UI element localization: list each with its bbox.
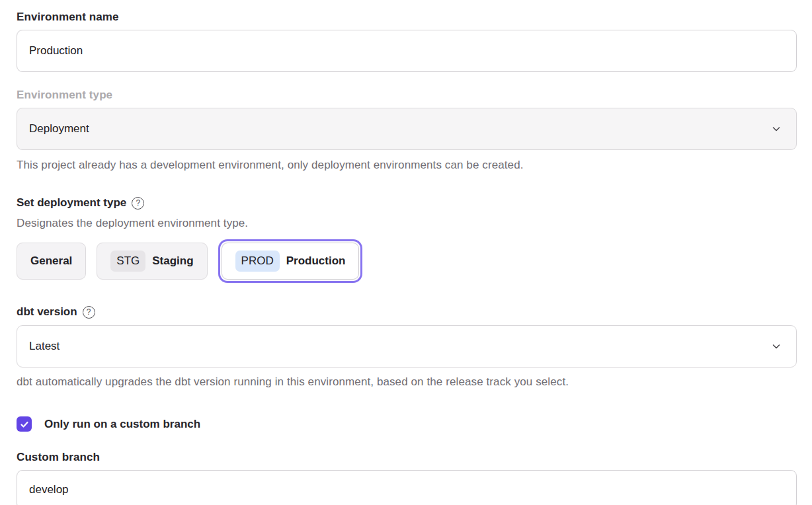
deployment-type-option-staging-label: Staging <box>152 254 193 268</box>
deployment-type-heading-text: Set deployment type <box>17 196 126 210</box>
deployment-type-option-production[interactable]: PROD Production <box>222 243 360 280</box>
dbt-version-helper: dbt automatically upgrades the dbt versi… <box>17 375 797 389</box>
environment-type-label: Environment type <box>17 89 797 102</box>
environment-type-helper: This project already has a development e… <box>17 159 797 172</box>
chevron-down-icon <box>771 124 782 134</box>
production-badge: PROD <box>235 251 280 272</box>
deployment-type-heading: Set deployment type ? <box>17 196 797 210</box>
custom-branch-checkbox[interactable] <box>17 416 32 432</box>
custom-branch-input[interactable] <box>17 470 797 505</box>
deployment-type-option-staging[interactable]: STG Staging <box>97 243 207 280</box>
help-icon[interactable]: ? <box>83 306 95 319</box>
dbt-version-label: dbt version <box>17 305 77 319</box>
deployment-type-option-general-label: General <box>30 254 72 268</box>
environment-type-value: Deployment <box>29 122 89 136</box>
deployment-type-option-production-label: Production <box>286 254 346 268</box>
deployment-type-options: General STG Staging PROD Production <box>17 241 797 282</box>
environment-settings-form: Environment name Environment type Deploy… <box>0 0 812 505</box>
help-icon[interactable]: ? <box>132 197 144 210</box>
custom-branch-checkbox-row: Only run on a custom branch <box>17 416 797 432</box>
checkmark-icon <box>20 420 29 429</box>
custom-branch-label: Custom branch <box>17 451 797 464</box>
dbt-version-heading: dbt version ? <box>17 305 797 319</box>
chevron-down-icon <box>771 341 782 352</box>
environment-name-label: Environment name <box>17 11 797 24</box>
staging-badge: STG <box>110 251 145 272</box>
deployment-type-helper: Designates the deployment environment ty… <box>17 217 797 230</box>
custom-branch-checkbox-label: Only run on a custom branch <box>44 418 200 431</box>
environment-name-input[interactable] <box>17 30 797 72</box>
dbt-version-select[interactable]: Latest <box>17 325 797 368</box>
deployment-type-option-general[interactable]: General <box>17 243 86 280</box>
environment-type-select: Deployment <box>17 108 797 150</box>
dbt-version-value: Latest <box>29 340 60 353</box>
